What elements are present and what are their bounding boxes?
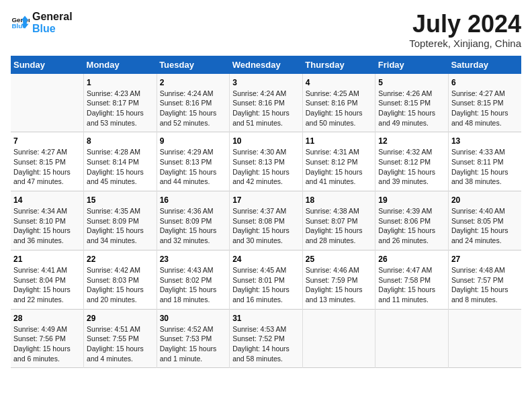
cell-4-2: 22Sunrise: 4:42 AM Sunset: 8:03 PM Dayli…	[84, 250, 157, 309]
cell-info: Sunrise: 4:23 AM Sunset: 8:17 PM Dayligh…	[87, 89, 154, 128]
cell-1-7: 6Sunrise: 4:27 AM Sunset: 8:15 PM Daylig…	[448, 74, 521, 132]
day-number: 17	[232, 195, 300, 205]
cell-2-3: 9Sunrise: 4:29 AM Sunset: 8:13 PM Daylig…	[157, 132, 230, 191]
cell-5-6	[375, 309, 449, 368]
day-number: 18	[306, 195, 373, 205]
day-number: 2	[160, 78, 227, 87]
cell-info: Sunrise: 4:39 AM Sunset: 8:06 PM Dayligh…	[378, 206, 445, 246]
cell-info: Sunrise: 4:40 AM Sunset: 8:05 PM Dayligh…	[451, 206, 519, 246]
cell-info: Sunrise: 4:27 AM Sunset: 8:15 PM Dayligh…	[13, 147, 81, 187]
day-number: 7	[13, 136, 81, 146]
day-number: 28	[13, 314, 81, 323]
cell-4-6: 26Sunrise: 4:47 AM Sunset: 7:58 PM Dayli…	[375, 250, 449, 309]
cell-info: Sunrise: 4:49 AM Sunset: 7:56 PM Dayligh…	[13, 324, 81, 364]
page-header: General Blue General Blue July 2024 Topt…	[11, 11, 521, 49]
day-number: 14	[13, 195, 81, 205]
cell-4-3: 23Sunrise: 4:43 AM Sunset: 8:02 PM Dayli…	[157, 250, 230, 309]
cell-1-6: 5Sunrise: 4:26 AM Sunset: 8:15 PM Daylig…	[375, 74, 449, 132]
cell-5-4: 31Sunrise: 4:53 AM Sunset: 7:52 PM Dayli…	[230, 309, 303, 368]
day-number: 16	[160, 195, 227, 205]
col-header-friday: Friday	[375, 56, 449, 74]
week-row-1: 1Sunrise: 4:23 AM Sunset: 8:17 PM Daylig…	[11, 74, 521, 132]
cell-info: Sunrise: 4:33 AM Sunset: 8:11 PM Dayligh…	[451, 147, 519, 187]
day-number: 13	[451, 136, 519, 146]
header-row: SundayMondayTuesdayWednesdayThursdayFrid…	[11, 56, 521, 74]
day-number: 5	[378, 78, 445, 87]
day-number: 3	[232, 78, 300, 87]
cell-5-7	[448, 309, 521, 368]
cell-5-5	[302, 309, 375, 368]
cell-info: Sunrise: 4:31 AM Sunset: 8:12 PM Dayligh…	[306, 147, 373, 187]
cell-4-1: 21Sunrise: 4:41 AM Sunset: 8:04 PM Dayli…	[11, 250, 84, 309]
day-number: 21	[13, 255, 81, 264]
cell-info: Sunrise: 4:46 AM Sunset: 7:59 PM Dayligh…	[306, 265, 373, 305]
calendar-table: SundayMondayTuesdayWednesdayThursdayFrid…	[11, 56, 521, 369]
day-number: 12	[378, 136, 445, 146]
cell-info: Sunrise: 4:30 AM Sunset: 8:13 PM Dayligh…	[232, 147, 300, 187]
week-row-3: 14Sunrise: 4:34 AM Sunset: 8:10 PM Dayli…	[11, 191, 521, 250]
day-number: 19	[378, 195, 445, 205]
cell-info: Sunrise: 4:47 AM Sunset: 7:58 PM Dayligh…	[378, 265, 445, 305]
cell-2-4: 10Sunrise: 4:30 AM Sunset: 8:13 PM Dayli…	[230, 132, 303, 191]
location-subtitle: Topterek, Xinjiang, China	[409, 38, 521, 49]
cell-info: Sunrise: 4:29 AM Sunset: 8:13 PM Dayligh…	[160, 147, 227, 187]
day-number: 26	[378, 255, 445, 264]
cell-3-7: 20Sunrise: 4:40 AM Sunset: 8:05 PM Dayli…	[448, 191, 521, 250]
cell-info: Sunrise: 4:53 AM Sunset: 7:52 PM Dayligh…	[232, 324, 300, 364]
cell-info: Sunrise: 4:41 AM Sunset: 8:04 PM Dayligh…	[13, 265, 81, 305]
cell-info: Sunrise: 4:52 AM Sunset: 7:53 PM Dayligh…	[160, 324, 227, 364]
logo-icon: General Blue	[11, 13, 30, 32]
day-number: 10	[232, 136, 300, 146]
logo-general: General	[32, 11, 73, 23]
cell-1-1	[11, 74, 84, 132]
day-number: 31	[232, 314, 300, 323]
cell-info: Sunrise: 4:35 AM Sunset: 8:09 PM Dayligh…	[87, 206, 154, 246]
cell-3-1: 14Sunrise: 4:34 AM Sunset: 8:10 PM Dayli…	[11, 191, 84, 250]
day-number: 11	[306, 136, 373, 146]
cell-1-3: 2Sunrise: 4:24 AM Sunset: 8:16 PM Daylig…	[157, 74, 230, 132]
cell-4-4: 24Sunrise: 4:45 AM Sunset: 8:01 PM Dayli…	[230, 250, 303, 309]
logo: General Blue General Blue	[11, 11, 73, 34]
cell-info: Sunrise: 4:28 AM Sunset: 8:14 PM Dayligh…	[87, 147, 154, 187]
cell-4-7: 27Sunrise: 4:48 AM Sunset: 7:57 PM Dayli…	[448, 250, 521, 309]
cell-info: Sunrise: 4:43 AM Sunset: 8:02 PM Dayligh…	[160, 265, 227, 305]
col-header-saturday: Saturday	[448, 56, 521, 74]
day-number: 25	[306, 255, 373, 264]
cell-info: Sunrise: 4:45 AM Sunset: 8:01 PM Dayligh…	[232, 265, 300, 305]
cell-1-4: 3Sunrise: 4:24 AM Sunset: 8:16 PM Daylig…	[230, 74, 303, 132]
cell-info: Sunrise: 4:25 AM Sunset: 8:16 PM Dayligh…	[306, 89, 373, 128]
cell-info: Sunrise: 4:36 AM Sunset: 8:09 PM Dayligh…	[160, 206, 227, 246]
day-number: 23	[160, 255, 227, 264]
cell-5-2: 29Sunrise: 4:51 AM Sunset: 7:55 PM Dayli…	[84, 309, 157, 368]
logo-blue: Blue	[32, 23, 73, 35]
cell-info: Sunrise: 4:48 AM Sunset: 7:57 PM Dayligh…	[451, 265, 519, 305]
cell-2-2: 8Sunrise: 4:28 AM Sunset: 8:14 PM Daylig…	[84, 132, 157, 191]
cell-4-5: 25Sunrise: 4:46 AM Sunset: 7:59 PM Dayli…	[302, 250, 375, 309]
cell-info: Sunrise: 4:42 AM Sunset: 8:03 PM Dayligh…	[87, 265, 154, 305]
cell-2-7: 13Sunrise: 4:33 AM Sunset: 8:11 PM Dayli…	[448, 132, 521, 191]
cell-3-2: 15Sunrise: 4:35 AM Sunset: 8:09 PM Dayli…	[84, 191, 157, 250]
day-number: 22	[87, 255, 154, 264]
day-number: 30	[160, 314, 227, 323]
cell-info: Sunrise: 4:32 AM Sunset: 8:12 PM Dayligh…	[378, 147, 445, 187]
col-header-thursday: Thursday	[302, 56, 375, 74]
cell-info: Sunrise: 4:38 AM Sunset: 8:07 PM Dayligh…	[306, 206, 373, 246]
col-header-monday: Monday	[84, 56, 157, 74]
cell-info: Sunrise: 4:34 AM Sunset: 8:10 PM Dayligh…	[13, 206, 81, 246]
cell-info: Sunrise: 4:51 AM Sunset: 7:55 PM Dayligh…	[87, 324, 154, 364]
cell-info: Sunrise: 4:27 AM Sunset: 8:15 PM Dayligh…	[451, 89, 519, 128]
cell-3-3: 16Sunrise: 4:36 AM Sunset: 8:09 PM Dayli…	[157, 191, 230, 250]
cell-1-5: 4Sunrise: 4:25 AM Sunset: 8:16 PM Daylig…	[302, 74, 375, 132]
cell-2-1: 7Sunrise: 4:27 AM Sunset: 8:15 PM Daylig…	[11, 132, 84, 191]
col-header-sunday: Sunday	[11, 56, 84, 74]
week-row-5: 28Sunrise: 4:49 AM Sunset: 7:56 PM Dayli…	[11, 309, 521, 368]
cell-2-6: 12Sunrise: 4:32 AM Sunset: 8:12 PM Dayli…	[375, 132, 449, 191]
day-number: 24	[232, 255, 300, 264]
cell-3-4: 17Sunrise: 4:37 AM Sunset: 8:08 PM Dayli…	[230, 191, 303, 250]
cell-1-2: 1Sunrise: 4:23 AM Sunset: 8:17 PM Daylig…	[84, 74, 157, 132]
cell-5-3: 30Sunrise: 4:52 AM Sunset: 7:53 PM Dayli…	[157, 309, 230, 368]
title-block: July 2024 Topterek, Xinjiang, China	[409, 11, 521, 49]
cell-info: Sunrise: 4:24 AM Sunset: 8:16 PM Dayligh…	[160, 89, 227, 128]
cell-info: Sunrise: 4:26 AM Sunset: 8:15 PM Dayligh…	[378, 89, 445, 128]
day-number: 15	[87, 195, 154, 205]
